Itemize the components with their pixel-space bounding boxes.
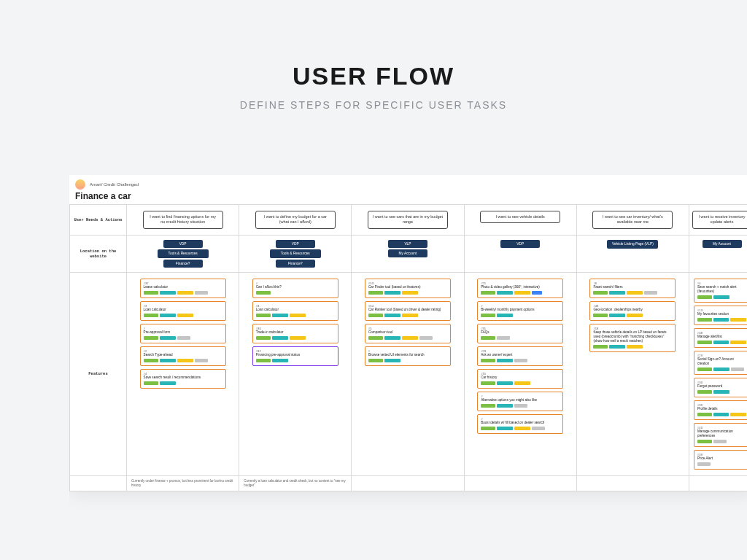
need-box[interactable]: I want to see vehicle details [480, 211, 560, 223]
location-chip[interactable]: My Account [388, 249, 427, 257]
feature-card[interactable]: #18Keep those vehicle details on LP base… [589, 324, 676, 352]
location-cell: My Account [692, 240, 747, 248]
row-label-location: Location on the website [70, 235, 127, 272]
feature-card[interactable]: #38Manage alert/list [694, 328, 747, 348]
feature-score-bars [144, 291, 222, 295]
page-subtitle: DEFINE STEPS FOR SPECIFIC USER TASKS [0, 99, 747, 111]
feature-card[interactable]: #40Manage communication preferences [694, 423, 747, 447]
feature-title: Forgot password [697, 384, 746, 389]
feature-score-bars [593, 345, 672, 349]
feature-title: Facet search/ filters [593, 285, 672, 289]
feature-title: Loan calculator [256, 308, 335, 312]
feature-card[interactable]: #36Trade-in calculator [252, 324, 338, 343]
feature-score-bars [593, 314, 672, 317]
location-chip[interactable]: Tools & Resources [270, 249, 321, 258]
feature-card[interactable]: #Boost details w/ fill based on dealer s… [477, 414, 563, 434]
feature-card[interactable]: #Pre-approval form [140, 324, 226, 343]
location-chip[interactable]: Finance? [163, 260, 203, 268]
feature-title: Trade-in calculator [256, 330, 335, 335]
feature-score-bars [697, 462, 746, 466]
feature-score-bars [481, 404, 560, 408]
feature-cell: #21Photo & video gallery (360°, interact… [468, 277, 573, 435]
location-chip[interactable]: My Account [703, 240, 742, 248]
feature-card[interactable]: #4Save search result / recommendations [140, 369, 226, 389]
feature-title: Browse vetted UI elements for search [368, 353, 447, 357]
feature-card[interactable]: #23Ask an owner/ expert [477, 346, 563, 366]
feature-card[interactable]: #29Social Sign-on? Account creation [694, 351, 747, 375]
need-box[interactable]: I want to see cars that are in my budget… [368, 211, 448, 229]
board-title: Finance a car [69, 191, 747, 204]
feature-card[interactable]: #54Car Ranker tool (based on driver & de… [365, 301, 451, 321]
feature-title: Bi-weekly/ monthly payment options [481, 308, 560, 312]
feature-title: Save search + match alert (favourites) [697, 285, 746, 294]
feature-card[interactable]: #31FAQs [477, 324, 563, 343]
feature-card[interactable]: #2Search Type-ahead [140, 346, 226, 366]
feature-title: Lease calculator [144, 285, 222, 289]
feature-card[interactable]: #3Loan calculator [252, 301, 338, 321]
feature-title: Loan calculator [144, 308, 222, 312]
feature-card[interactable]: #5Comparison tool [365, 324, 451, 343]
row-user-needs: User Needs & Actions I want to find fina… [70, 205, 748, 236]
feature-card[interactable]: #15Car history [477, 369, 563, 389]
feature-score-bars [697, 440, 746, 443]
feature-score-bars [368, 314, 447, 317]
feature-title: Geo-location: dealerships nearby [593, 308, 672, 312]
feature-title: Manage alert/list [697, 335, 746, 339]
need-box[interactable]: I want to receive inventory update alert… [692, 211, 747, 229]
location-chip[interactable]: VLP [388, 240, 427, 248]
feature-card[interactable]: #3Loan calculator [140, 301, 226, 321]
location-chip[interactable]: VDP [276, 240, 315, 248]
feature-score-bars [368, 336, 447, 340]
feature-card[interactable]: #Alternative options you might also like [477, 392, 563, 411]
feature-card[interactable]: #Browse vetted UI elements for search [365, 346, 451, 366]
feature-card[interactable]: #39Profile details [694, 400, 747, 420]
feature-title: Social Sign-on? Account creation [697, 357, 746, 366]
location-chip[interactable]: VDP [500, 240, 540, 248]
feature-card[interactable]: #32Financing pre-approval status [252, 346, 338, 366]
feature-score-bars [697, 368, 746, 371]
feature-score-bars [481, 359, 560, 362]
row-features: Features #37Lease calculator#3Loan calcu… [70, 273, 748, 476]
feature-card[interactable]: #6Facet search/ filters [589, 279, 676, 298]
feature-card[interactable]: #30Forgot password [694, 378, 747, 397]
feature-score-bars [144, 381, 222, 385]
feature-cell: #37Lease calculator#3Loan calculator#Pre… [130, 277, 236, 390]
feature-title: Manage communication preferences [697, 429, 746, 438]
feature-card[interactable]: #21Photo & video gallery (360°, interact… [477, 279, 563, 298]
user-flow-board: Amari/ Credit Challenged Finance a car U… [69, 175, 747, 491]
feature-card[interactable]: #37Lease calculator [140, 279, 226, 298]
feature-card[interactable]: #48Geo-location: dealerships nearby [589, 301, 676, 321]
location-cell: Vehicle Listing Page (VLP) [580, 240, 686, 249]
feature-title: Keep those vehicle details on LP based o… [593, 330, 672, 343]
user-flow-board-wrap: Amari/ Credit Challenged Finance a car U… [69, 175, 747, 560]
feature-score-bars [368, 291, 447, 295]
feature-score-bars [697, 413, 746, 416]
row-label-features: Features [70, 273, 127, 476]
feature-cell: #4Save search + match alert (favourites)… [692, 277, 747, 471]
feature-card[interactable]: #13My favourites section [694, 306, 747, 325]
need-box[interactable]: I want to see car inventory/ what's avai… [592, 211, 673, 229]
row-label-notes [70, 475, 127, 491]
row-notes: Currently under finance + promos, but le… [70, 475, 748, 491]
feature-score-bars [481, 314, 560, 317]
flow-table: User Needs & Actions I want to find fina… [69, 204, 747, 491]
feature-card[interactable]: #Can I afford this? [252, 279, 338, 298]
need-box[interactable]: I want to define my budget for a car (wh… [255, 211, 336, 229]
feature-title: Ask an owner/ expert [481, 353, 560, 357]
location-chip[interactable]: Vehicle Listing Page (VLP) [607, 240, 658, 249]
note-cell [576, 475, 689, 491]
location-chip[interactable]: Tools & Resources [158, 249, 209, 258]
location-chip[interactable]: Finance? [276, 260, 315, 268]
feature-card[interactable]: #53Car Finder tool (based on features) [365, 279, 451, 298]
feature-score-bars [256, 336, 335, 340]
feature-card[interactable]: #39Price Alert [694, 450, 747, 470]
location-chip[interactable]: VDP [163, 240, 203, 248]
need-box[interactable]: I want to find financing options for my … [143, 211, 223, 229]
feature-card[interactable]: #4Save search + match alert (favourites) [694, 279, 747, 303]
location-cell: VDPTools & ResourcesFinance? [130, 240, 236, 268]
note-cell: Currently under finance + promos, but le… [127, 475, 239, 491]
feature-score-bars [256, 291, 335, 295]
feature-card[interactable]: #Bi-weekly/ monthly payment options [477, 301, 563, 321]
feature-score-bars [256, 314, 335, 317]
page-title: USER FLOW [0, 62, 747, 90]
